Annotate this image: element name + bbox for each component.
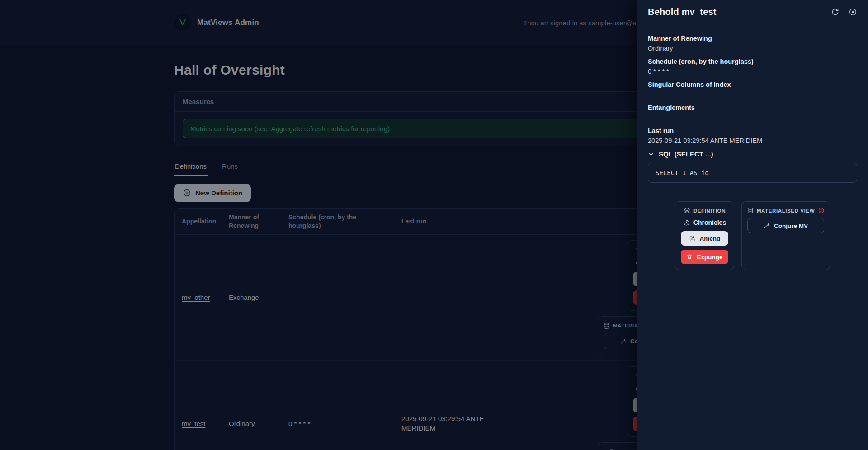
field-manner: Manner of Renewing Ordinary [648, 35, 857, 52]
field-index-columns: Singular Columns of Index - [648, 81, 857, 98]
sql-section-toggle[interactable]: SQL (SELECT ...) [648, 150, 857, 158]
edit-icon [689, 235, 696, 242]
conjure-mv-button[interactable]: Conjure MV [747, 218, 824, 233]
materialised-card-label: MATERIALISED VIEW [757, 208, 815, 213]
close-drawer-button[interactable] [849, 8, 857, 16]
amend-button[interactable]: Amend [681, 231, 728, 246]
field-schedule: Schedule (cron, by the hourglass) 0 * * … [648, 58, 857, 75]
materialised-view-card: MATERIALISED VIEW Conjure MV [741, 201, 830, 270]
refresh-icon [831, 8, 840, 16]
divider [648, 279, 857, 279]
drawer-title: Behold mv_test [648, 7, 717, 17]
chronicles-link[interactable]: Chronicles [681, 218, 728, 227]
divider [648, 192, 857, 192]
refresh-button[interactable] [831, 8, 840, 16]
field-last-run: Last run 2025-09-21 03:29:54 ANTE MERIDI… [648, 127, 857, 144]
detail-drawer: Behold mv_test Manner of Renewing Ordina… [637, 0, 868, 450]
mv-missing-icon [818, 207, 825, 214]
definition-card-label: DEFINITION [693, 208, 726, 213]
expunge-button[interactable]: Expunge [681, 250, 728, 264]
chevron-down-icon [648, 151, 654, 157]
wand-icon [764, 223, 770, 229]
sql-code-block: SELECT 1 AS id [648, 163, 857, 183]
trash-icon [686, 254, 693, 260]
field-entanglements: Entanglements - [648, 104, 857, 121]
database-icon [747, 207, 754, 214]
definition-actions-card: DEFINITION Chronicles Amend [675, 201, 734, 270]
close-circle-icon [849, 8, 857, 16]
history-icon [683, 219, 690, 226]
layers-icon [684, 207, 690, 214]
